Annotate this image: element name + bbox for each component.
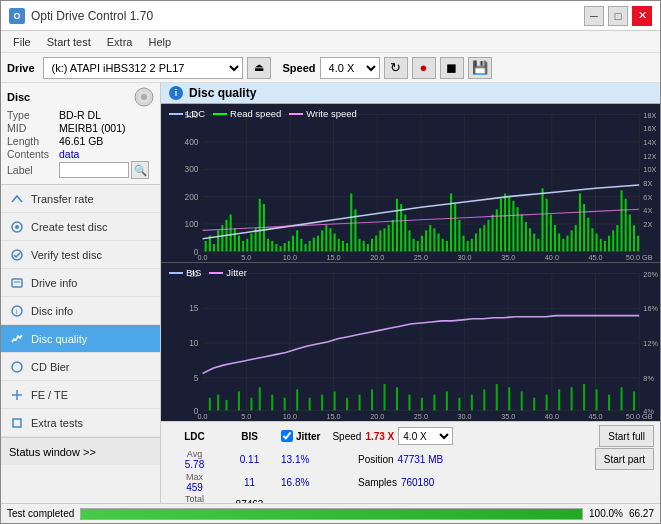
svg-rect-98 bbox=[383, 228, 385, 251]
minimize-button[interactable]: ─ bbox=[584, 6, 604, 26]
sidebar-item-disc-info[interactable]: i Disc info bbox=[1, 297, 160, 325]
fe-te-label: FE / TE bbox=[31, 389, 68, 401]
svg-text:45.0: 45.0 bbox=[588, 253, 602, 262]
svg-rect-133 bbox=[529, 228, 531, 251]
svg-text:50.0 GB: 50.0 GB bbox=[626, 412, 653, 421]
disc-label-input[interactable] bbox=[59, 162, 129, 178]
save-button[interactable]: 💾 bbox=[468, 57, 492, 79]
svg-rect-211 bbox=[371, 389, 373, 410]
svg-text:12%: 12% bbox=[643, 339, 658, 348]
svg-rect-11 bbox=[13, 419, 21, 427]
disc-contents-row: Contents data bbox=[7, 148, 154, 160]
svg-rect-63 bbox=[238, 236, 240, 252]
svg-text:20%: 20% bbox=[643, 270, 658, 279]
svg-rect-81 bbox=[313, 238, 315, 252]
svg-rect-231 bbox=[620, 387, 622, 410]
svg-rect-71 bbox=[271, 241, 273, 252]
status-bar: Test completed 100.0% 66.27 bbox=[1, 503, 660, 523]
svg-rect-200 bbox=[238, 392, 240, 411]
svg-text:20.0: 20.0 bbox=[370, 253, 384, 262]
status-window-label: Status window >> bbox=[9, 446, 96, 458]
disc-read-icon[interactable]: ◼ bbox=[440, 57, 464, 79]
svg-rect-159 bbox=[637, 236, 639, 252]
svg-text:100: 100 bbox=[185, 219, 199, 229]
menu-start-test[interactable]: Start test bbox=[39, 34, 99, 50]
svg-rect-57 bbox=[213, 244, 215, 251]
speed-info: Speed 1.73 X 4.0 X bbox=[332, 427, 453, 445]
svg-rect-94 bbox=[367, 244, 369, 251]
svg-text:35.0: 35.0 bbox=[501, 253, 515, 262]
title-bar: O Opti Drive Control 1.70 ─ □ ✕ bbox=[1, 1, 660, 31]
cd-bier-label: CD Bier bbox=[31, 361, 70, 373]
svg-rect-93 bbox=[363, 241, 365, 252]
disc-quality-title: Disc quality bbox=[189, 86, 256, 100]
bis-avg-value: 0.11 bbox=[240, 454, 259, 465]
eject-button[interactable]: ⏏ bbox=[247, 57, 271, 79]
svg-rect-99 bbox=[388, 225, 390, 251]
svg-rect-130 bbox=[517, 207, 519, 251]
svg-rect-122 bbox=[483, 225, 485, 251]
svg-rect-217 bbox=[446, 392, 448, 411]
svg-rect-207 bbox=[321, 395, 323, 411]
svg-rect-223 bbox=[521, 392, 523, 411]
svg-rect-61 bbox=[230, 215, 232, 252]
sidebar-item-disc-quality[interactable]: Disc quality bbox=[1, 325, 160, 353]
speed-select[interactable]: 4.0 X bbox=[320, 57, 380, 79]
total-label: Total bbox=[185, 494, 204, 503]
sidebar-item-extra-tests[interactable]: Extra tests bbox=[1, 409, 160, 437]
ldc-max-value: 459 bbox=[186, 482, 203, 493]
svg-rect-204 bbox=[284, 398, 286, 411]
svg-rect-80 bbox=[309, 241, 311, 252]
svg-rect-219 bbox=[471, 395, 473, 411]
menu-bar: File Start test Extra Help bbox=[1, 31, 660, 53]
start-part-button[interactable]: Start part bbox=[595, 448, 654, 470]
svg-rect-113 bbox=[446, 241, 448, 252]
svg-rect-214 bbox=[408, 395, 410, 411]
legend-write-speed: Write speed bbox=[289, 108, 357, 119]
close-button[interactable]: ✕ bbox=[632, 6, 652, 26]
svg-rect-73 bbox=[280, 246, 282, 251]
max-label: Max bbox=[186, 472, 203, 482]
jitter-checkbox[interactable] bbox=[281, 430, 293, 442]
svg-point-4 bbox=[15, 225, 19, 229]
svg-rect-155 bbox=[620, 190, 622, 251]
position-label: Position bbox=[358, 454, 394, 465]
drive-select[interactable]: (k:) ATAPI iHBS312 2 PL17 bbox=[43, 57, 243, 79]
disc-contents-value: data bbox=[59, 148, 79, 160]
svg-text:i: i bbox=[16, 308, 18, 315]
stats-row3: Max 459 11 16.8% Samples 760180 bbox=[161, 471, 660, 494]
svg-rect-78 bbox=[300, 239, 302, 252]
menu-help[interactable]: Help bbox=[140, 34, 179, 50]
label-search-button[interactable]: 🔍 bbox=[131, 161, 149, 179]
chart2: BIS Jitter bbox=[161, 263, 660, 421]
speed-select[interactable]: 4.0 X bbox=[398, 427, 453, 445]
svg-rect-109 bbox=[429, 225, 431, 251]
sidebar-item-create-test-disc[interactable]: Create test disc bbox=[1, 213, 160, 241]
menu-extra[interactable]: Extra bbox=[99, 34, 141, 50]
disc-write-icon[interactable]: ● bbox=[412, 57, 436, 79]
disc-type-row: Type BD-R DL bbox=[7, 109, 154, 121]
svg-rect-144 bbox=[575, 225, 577, 251]
progress-bar-container bbox=[80, 508, 583, 520]
sidebar-item-fe-te[interactable]: FE / TE bbox=[1, 381, 160, 409]
svg-rect-227 bbox=[571, 387, 573, 410]
sidebar-item-cd-bier[interactable]: CD Bier bbox=[1, 353, 160, 381]
maximize-button[interactable]: □ bbox=[608, 6, 628, 26]
refresh-button[interactable]: ↻ bbox=[384, 57, 408, 79]
legend-bis: BIS bbox=[169, 267, 201, 278]
svg-rect-154 bbox=[616, 225, 618, 251]
svg-rect-136 bbox=[541, 188, 543, 251]
svg-text:25.0: 25.0 bbox=[414, 253, 428, 262]
svg-rect-218 bbox=[458, 398, 460, 411]
status-window-button[interactable]: Status window >> bbox=[1, 437, 160, 465]
svg-rect-89 bbox=[346, 243, 348, 251]
svg-text:12X: 12X bbox=[643, 152, 656, 161]
sidebar-item-transfer-rate[interactable]: Transfer rate bbox=[1, 185, 160, 213]
sidebar-item-verify-test-disc[interactable]: Verify test disc bbox=[1, 241, 160, 269]
menu-file[interactable]: File bbox=[5, 34, 39, 50]
svg-rect-201 bbox=[250, 398, 252, 411]
svg-rect-131 bbox=[521, 215, 523, 252]
start-full-button[interactable]: Start full bbox=[599, 425, 654, 447]
sidebar-item-drive-info[interactable]: Drive info bbox=[1, 269, 160, 297]
svg-rect-77 bbox=[296, 230, 298, 251]
